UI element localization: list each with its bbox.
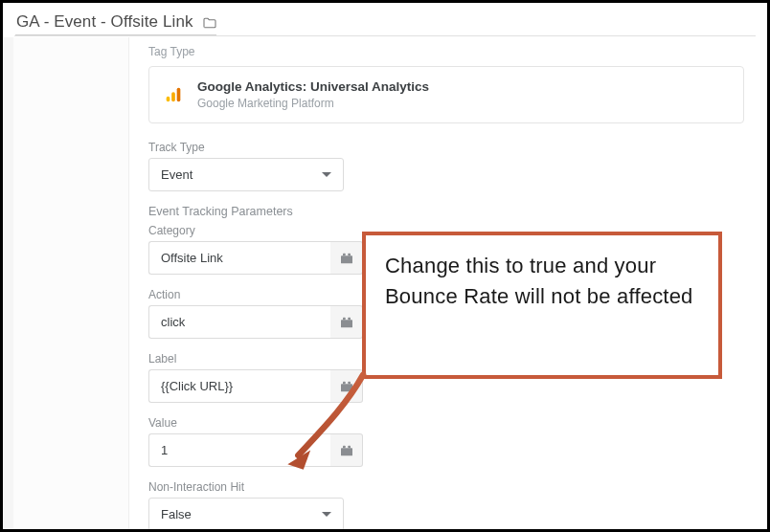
action-input[interactable]: click	[148, 305, 330, 339]
svg-rect-8	[348, 318, 351, 321]
variable-icon	[339, 315, 354, 330]
annotation-text: Change this to true and your Bounce Rate…	[385, 251, 699, 312]
header-divider	[14, 35, 756, 36]
svg-rect-3	[341, 255, 352, 263]
page-title-row: GA - Event - Offsite Link	[16, 12, 216, 35]
non-interaction-label: Non-Interaction Hit	[148, 480, 744, 494]
variable-icon	[339, 443, 354, 458]
value-label: Value	[148, 416, 744, 430]
svg-rect-5	[348, 254, 351, 256]
title-underline	[15, 34, 216, 35]
chevron-down-icon	[322, 512, 331, 517]
svg-rect-0	[167, 97, 170, 102]
label-input[interactable]: {{Click URL}}	[148, 369, 330, 403]
action-variable-button[interactable]	[330, 305, 363, 339]
svg-rect-7	[343, 318, 346, 321]
svg-rect-4	[343, 254, 346, 256]
track-type-value: Event	[161, 167, 192, 182]
non-interaction-select[interactable]: False	[148, 498, 344, 531]
tag-type-card-subtitle: Google Marketing Platform	[197, 96, 429, 111]
tag-type-card-title: Google Analytics: Universal Analytics	[197, 78, 429, 96]
app-frame: GA - Event - Offsite Link Tag Type	[0, 0, 770, 532]
annotation-callout: Change this to true and your Bounce Rate…	[362, 232, 722, 379]
svg-rect-2	[177, 88, 181, 102]
label-variable-button[interactable]	[330, 369, 363, 403]
track-type-select[interactable]: Event	[148, 158, 344, 191]
value-input[interactable]: 1	[148, 433, 330, 467]
folder-icon[interactable]	[201, 15, 216, 29]
category-input[interactable]: Offsite Link	[148, 241, 330, 275]
track-type-label: Track Type	[148, 141, 744, 154]
variable-icon	[339, 251, 354, 266]
chevron-down-icon	[322, 172, 331, 177]
value-variable-button[interactable]	[330, 433, 363, 467]
variable-icon	[339, 379, 354, 394]
svg-rect-6	[341, 320, 352, 327]
category-variable-button[interactable]	[330, 241, 363, 275]
svg-rect-13	[343, 446, 346, 449]
tag-type-heading: Tag Type	[148, 45, 744, 58]
page-title: GA - Event - Offsite Link	[16, 12, 193, 32]
svg-rect-9	[341, 384, 352, 391]
left-sidebar	[3, 37, 129, 529]
tag-type-card-text: Google Analytics: Universal Analytics Go…	[197, 78, 429, 111]
svg-rect-11	[348, 382, 351, 385]
event-params-heading: Event Tracking Parameters	[148, 205, 744, 218]
non-interaction-value: False	[161, 507, 192, 521]
tag-type-card[interactable]: Google Analytics: Universal Analytics Go…	[148, 66, 744, 123]
svg-rect-14	[348, 446, 351, 449]
svg-rect-10	[343, 382, 346, 385]
svg-rect-12	[341, 448, 352, 455]
svg-rect-1	[171, 92, 175, 101]
page-header: GA - Event - Offsite Link	[3, 3, 767, 35]
google-analytics-icon	[163, 84, 184, 105]
